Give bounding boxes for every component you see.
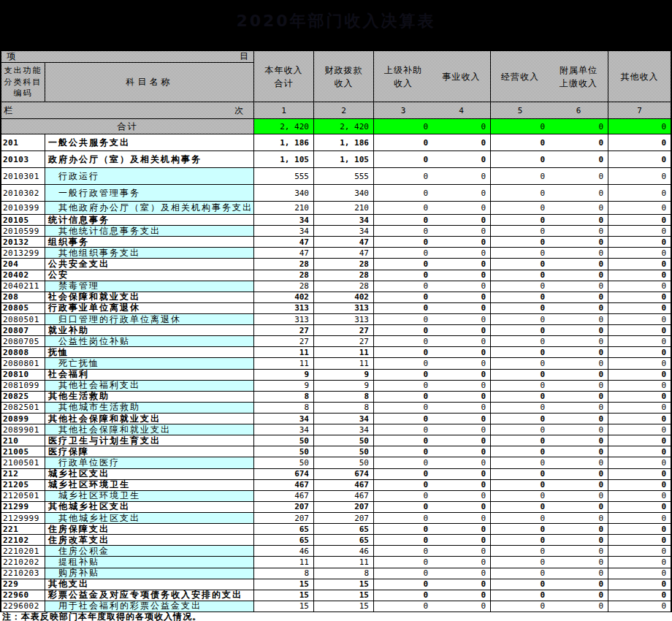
table-row: 2100501 行政单位医疗 50 50 0 0 0 0 0 [1, 457, 671, 468]
subject-code-cell: 20105 [1, 215, 45, 225]
table-row: 212 城乡社区支出 674 674 0 0 0 0 0 [1, 469, 671, 480]
rank-label-cell: 栏 次 [1, 102, 254, 118]
table-row: 2080705 公益性岗位补贴 27 27 0 0 0 0 0 [1, 336, 671, 347]
value-cell-business-income: 0 [432, 446, 491, 457]
value-cell-business-income: 0 [432, 480, 491, 490]
value-cell-business-income: 0 [432, 336, 491, 346]
table-body: 201 一般公共服务支出 1, 186 1, 186 0 0 0 0 0 201… [1, 134, 671, 612]
value-cell-affiliated-income: 0 [549, 535, 608, 545]
value-cell-operating-income: 0 [491, 314, 549, 324]
table-row: 2089901 其他社会保障和就业支出 34 34 0 0 0 0 0 [1, 424, 671, 435]
subject-name-cell: 政府办公厅（室）及相关机构事务 [45, 151, 254, 167]
value-cell-affiliated-income: 0 [549, 524, 608, 534]
value-cell-total-income: 1, 186 [254, 134, 314, 151]
project-label-right: 目 [240, 50, 248, 63]
value-cell-superior-subsidy: 0 [374, 513, 432, 523]
table-row: 2081099 其他社会福利支出 9 9 0 0 0 0 0 [1, 381, 671, 392]
value-cell-superior-subsidy: 0 [374, 292, 432, 302]
value-cell-superior-subsidy: 0 [374, 336, 432, 346]
subject-name-cell: 其他组织事务支出 [45, 248, 254, 258]
subject-code-cell: 20808 [1, 347, 45, 357]
value-cell-operating-income: 0 [491, 358, 549, 368]
value-cell-business-income: 0 [432, 469, 491, 479]
subject-code-cell: 2080501 [1, 314, 45, 324]
column-number: 7 [608, 102, 671, 118]
value-cell-operating-income: 0 [491, 347, 549, 357]
table-row: 201 一般公共服务支出 1, 186 1, 186 0 0 0 0 0 [1, 134, 671, 151]
value-cell-total-income: 210 [254, 202, 314, 214]
value-cell-fiscal-grant: 1, 105 [314, 151, 374, 167]
value-cell-other-income: 0 [608, 557, 671, 567]
value-cell-business-income: 0 [432, 248, 491, 258]
value-cell-fiscal-grant: 50 [314, 457, 374, 468]
subject-name-cell: 行政事业单位离退休 [45, 303, 254, 313]
table-row: 2040211 禁毒管理 28 28 0 0 0 0 0 [1, 281, 671, 292]
value-cell-business-income: 0 [432, 579, 491, 590]
value-cell-other-income: 0 [608, 185, 671, 201]
value-cell-other-income: 0 [608, 446, 671, 457]
value-cell-affiliated-income: 0 [549, 601, 608, 612]
value-cell-business-income: 0 [432, 491, 491, 501]
value-cell-business-income: 0 [432, 185, 491, 201]
value-cell-total-income: 28 [254, 270, 314, 281]
value-cell-fiscal-grant: 207 [314, 513, 374, 523]
value-cell-business-income: 0 [432, 168, 491, 184]
subject-code-cell: 2120501 [1, 491, 45, 501]
value-cell-superior-subsidy: 0 [374, 524, 432, 534]
value-cell-fiscal-grant: 467 [314, 480, 374, 490]
value-cell-total-income: 65 [254, 535, 314, 545]
table-row: 208 社会保障和就业支出 402 402 0 0 0 0 0 [1, 292, 671, 303]
column-number: 3 [374, 102, 432, 118]
col-header-superior-subsidy: 上级补助收入 [374, 51, 432, 102]
value-cell-total-income: 313 [254, 314, 314, 324]
income-report-page: 2020年部门收入决算表 项 目 支出功能分类科目编码 科目名称 本年收入合计 … [0, 0, 672, 621]
value-cell-operating-income: 0 [491, 491, 549, 501]
value-cell-total-income: 47 [254, 237, 314, 247]
header-left-block: 项 目 支出功能分类科目编码 科目名称 [1, 51, 254, 102]
value-cell-affiliated-income: 0 [549, 185, 608, 201]
value-cell-business-income: 0 [432, 557, 491, 567]
column-number: 2 [314, 102, 374, 118]
value-cell-operating-income: 0 [491, 546, 549, 556]
value-cell-total-income: 674 [254, 469, 314, 479]
value-cell-other-income: 0 [608, 358, 671, 368]
value-cell-operating-income: 0 [491, 535, 549, 545]
value-cell-business-income: 0 [432, 513, 491, 523]
subject-code-cell: 20810 [1, 370, 45, 380]
value-cell-operating-income: 0 [491, 446, 549, 457]
value-cell-fiscal-grant: 34 [314, 424, 374, 435]
value-cell-fiscal-grant: 8 [314, 403, 374, 413]
subject-name-cell: 行政运行 [45, 168, 254, 184]
subject-code-cell: 20132 [1, 237, 45, 247]
subject-code-cell: 22102 [1, 535, 45, 545]
value-cell-fiscal-grant: 210 [314, 202, 374, 214]
value-cell-total-income: 1, 105 [254, 151, 314, 167]
value-cell-other-income: 0 [608, 601, 671, 612]
subject-name-cell: 组织事务 [45, 237, 254, 247]
value-cell-fiscal-grant: 8 [314, 568, 374, 579]
subject-code-cell: 20807 [1, 325, 45, 335]
value-cell-fiscal-grant: 207 [314, 502, 374, 512]
column-number: 4 [432, 102, 491, 118]
income-table: 项 目 支出功能分类科目编码 科目名称 本年收入合计 财政拨款收入 上级补助收入… [0, 51, 672, 612]
table-row: 21005 医疗保障 50 50 0 0 0 0 0 [1, 446, 671, 457]
value-cell-total-income: 28 [254, 281, 314, 292]
table-row: 221 住房保障支出 65 65 0 0 0 0 0 [1, 524, 671, 535]
value-cell-total-income: 11 [254, 347, 314, 357]
subject-code-cell: 2013299 [1, 248, 45, 258]
subject-name-cell: 住房公积金 [45, 546, 254, 556]
col-header-operating-income: 经营收入 [491, 51, 549, 102]
value-cell-superior-subsidy: 0 [374, 202, 432, 214]
value-cell-superior-subsidy: 0 [374, 259, 432, 269]
value-cell-operating-income: 0 [491, 168, 549, 184]
value-cell-other-income: 0 [608, 502, 671, 512]
value-cell-superior-subsidy: 0 [374, 325, 432, 335]
value-cell-superior-subsidy: 0 [374, 535, 432, 545]
value-cell-business-income: 0 [432, 358, 491, 368]
value-cell-fiscal-grant: 34 [314, 226, 374, 236]
column-number-row: 栏 次 1 2 3 4 5 6 7 [1, 102, 671, 119]
table-row: 2082501 其他城市生活救助 8 8 0 0 0 0 0 [1, 403, 671, 414]
value-cell-operating-income: 0 [491, 480, 549, 490]
value-cell-operating-income: 0 [491, 424, 549, 435]
value-cell-total-income: 27 [254, 336, 314, 346]
